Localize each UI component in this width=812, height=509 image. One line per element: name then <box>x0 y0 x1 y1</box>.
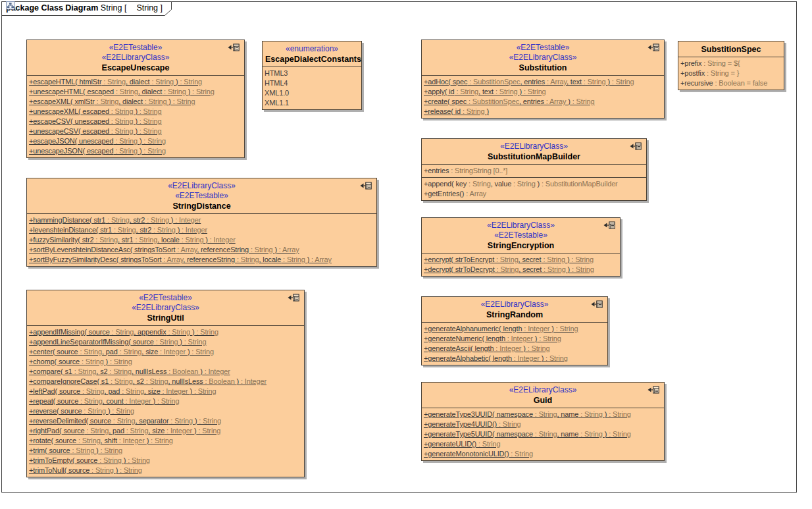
member-row[interactable]: +append( key : String, value : String ) … <box>424 179 644 189</box>
element-reference-icon[interactable] <box>288 294 299 302</box>
member-row[interactable]: +appendIfMissing( source : String, appen… <box>29 327 302 337</box>
member-text: +escapeHTML( htmlStr <box>29 78 101 86</box>
class-StringRandom[interactable]: «E2ELibraryClass»StringRandom +generateA… <box>421 296 608 365</box>
element-reference-icon[interactable] <box>647 43 659 51</box>
member-row[interactable]: +rightPad( source : String, pad : String… <box>29 426 302 436</box>
member-row[interactable]: +adHoc( spec : SubstitionSpec, entries :… <box>424 77 662 87</box>
member-row[interactable]: +hammingDistance( str1 : String, str2 : … <box>29 215 374 225</box>
member-row[interactable]: +leftPad( source : String, pad : String,… <box>29 387 302 396</box>
member-row[interactable]: +reverse( source : String ) : String <box>29 406 302 416</box>
member-type-text: : String <box>476 440 501 448</box>
member-type-text: : String <box>105 216 130 224</box>
member-row[interactable]: +apply( id : String, text : String ) : S… <box>424 87 662 97</box>
member-row[interactable]: +generateULID() : String <box>424 439 662 449</box>
member-text: +generateNumeric( length <box>424 335 505 342</box>
member-row[interactable]: +trimToEmpty( source : String ) : String <box>29 456 302 466</box>
member-row[interactable]: +reverseDelimited( source : String, sepa… <box>29 416 302 426</box>
class-SubstitutionMapBuilder[interactable]: «E2ELibraryClass»SubstitutionMapBuilder … <box>421 138 647 201</box>
member-row[interactable]: +rotate( source : String, shift : Intege… <box>29 436 302 446</box>
member-row[interactable]: +create( spec : SubstitionSpec, entries … <box>424 97 662 107</box>
member-row[interactable]: +fuzzySimilarity( str2 : String, str1 : … <box>29 235 374 245</box>
member-row[interactable]: +decrypt( strToDecrypt : String, secret … <box>424 265 618 275</box>
element-reference-icon[interactable] <box>591 300 603 308</box>
class-StringUtil[interactable]: «E2ETestable»«E2ELibraryClass»StringUtil… <box>26 290 305 477</box>
class-EscapeUnescape[interactable]: «E2ETestable»«E2ELibraryClass»EscapeUnes… <box>26 40 245 158</box>
stereotype-label: «E2ELibraryClass» <box>424 53 661 63</box>
member-text: +rotate( source <box>29 437 76 444</box>
member-row[interactable]: +entries : StringString [0..*] <box>424 166 644 176</box>
member-row[interactable]: +escapeXML( xmlStr : String, dialect : S… <box>29 97 242 107</box>
member-text: , referenceString <box>197 246 249 254</box>
diagram-frame-tab[interactable]: package Class Diagram String [ String ] <box>1 1 172 16</box>
member-row[interactable]: +unescapeHTML( escaped : String, dialect… <box>29 87 242 97</box>
member-text: +appendIfMissing( source <box>29 328 110 336</box>
member-row[interactable]: +trim( source : String ) : String <box>29 446 302 456</box>
class-Guid[interactable]: «E2ELibraryClass»Guid +generateType3UUID… <box>421 382 665 461</box>
member-row[interactable]: +escapeHTML( htmlStr : String, dialect :… <box>29 77 242 87</box>
member-row[interactable]: +escapeJSON( unescaped : String ) : Stri… <box>29 136 242 146</box>
member-row[interactable]: +generateAlphanumeric( length : Integer … <box>424 324 605 334</box>
member-row[interactable]: +recursive : Boolean = false <box>680 78 782 88</box>
class-header: «E2ETestable»«E2ELibraryClass»StringUtil <box>27 290 304 325</box>
member-text: +generateAscii( length <box>424 344 494 352</box>
class-Substitution[interactable]: «E2ETestable»«E2ELibraryClass»Substituti… <box>421 40 665 119</box>
member-type-text: : String <box>509 450 533 458</box>
member-row[interactable]: +unescapeJSON( escaped : String ) : Stri… <box>29 146 242 156</box>
enum-literal-row[interactable]: XML1.0 <box>265 88 359 98</box>
member-row[interactable]: +generateMonotonicULID() : String <box>424 449 662 459</box>
member-row[interactable]: +generateType5UUID( namespace : String, … <box>424 429 662 439</box>
member-text: +sortByLevenshteinDistanceAsc( stringsTo… <box>29 246 175 254</box>
methods-compartment: +generateType3UUID( namespace : String, … <box>422 408 664 460</box>
member-row[interactable]: +center( source : String, pad : String, … <box>29 347 302 357</box>
member-row[interactable]: +encrypt( strToEncrypt : String, secret … <box>424 255 618 265</box>
member-type-text: : String <box>533 430 557 438</box>
member-text: +release( id <box>424 107 461 115</box>
member-row[interactable]: +sortByLevenshteinDistanceAsc( stringsTo… <box>29 245 374 255</box>
member-row[interactable]: +generateNumeric( length : Integer ) : S… <box>424 334 605 344</box>
member-row[interactable]: +compareIgnoreCase( s1 : String, s2 : St… <box>29 377 302 387</box>
member-row[interactable]: +getEntries() : Array <box>424 189 644 199</box>
member-row[interactable]: +repeat( source : String, count : Intege… <box>29 396 302 406</box>
element-reference-icon[interactable] <box>647 386 659 394</box>
member-type-text: : String <box>192 387 216 395</box>
member-row[interactable]: +appendLineSeparatorIfMissing( source : … <box>29 337 302 347</box>
class-StringDistance[interactable]: «E2ELibraryClass»«E2ETestable»StringDist… <box>26 178 377 267</box>
member-text: +center( source <box>29 348 78 356</box>
member-row[interactable]: +generateType3UUID( namespace : String, … <box>424 410 662 419</box>
member-row[interactable]: +unescapeXML( escaped : String ) : Strin… <box>29 107 242 117</box>
member-row[interactable]: +chomp( source : String ) : String <box>29 357 302 367</box>
element-reference-icon[interactable] <box>228 43 240 51</box>
element-reference-icon[interactable] <box>360 182 372 190</box>
member-row[interactable]: +postfix : String = } <box>680 68 782 78</box>
member-row[interactable]: +unescapeCSV( escaped : String ) : Strin… <box>29 126 242 136</box>
enum-literal-row[interactable]: XML1.1 <box>265 98 359 108</box>
member-row[interactable]: +sortByFuzzySimilarityDesc( stringsToSor… <box>29 255 374 265</box>
member-type-text: : String <box>138 107 162 115</box>
member-type-text: : String <box>582 78 607 86</box>
member-row[interactable]: +levenshteinDistance( str1 : String, str… <box>29 225 374 235</box>
member-text: , dialect <box>138 88 163 95</box>
tab-inner-name: String ] <box>136 3 163 13</box>
member-text: HTML4 <box>265 79 288 87</box>
member-row[interactable]: +trimToNull( source : String ) : String <box>29 466 302 475</box>
member-text: +sortByFuzzySimilarityDesc( stringsToSor… <box>29 255 161 263</box>
class-SubstitionSpec[interactable]: SubstitionSpec+prefix : String = ${+post… <box>678 41 784 90</box>
member-text: +adHoc( spec <box>424 78 467 86</box>
member-text: +repeat( source <box>29 397 78 405</box>
member-row[interactable]: +compare( s1 : String, s2 : String, null… <box>29 367 302 377</box>
enum-literal-row[interactable]: HTML4 <box>265 78 359 88</box>
member-row[interactable]: +release( id : String ) <box>424 107 662 117</box>
member-type-text: : Boolean <box>203 377 237 385</box>
class-EscapeDialectConstants[interactable]: «enumeration»EscapeDialectConstantsHTML3… <box>262 41 362 110</box>
member-type-text: : String <box>511 180 537 188</box>
member-row[interactable]: +generateAscii( length : Integer ) : Str… <box>424 344 605 354</box>
member-text: , entries <box>520 78 545 86</box>
member-row[interactable]: +generateType4UUID() : String <box>424 419 662 429</box>
member-row[interactable]: +escapeCSV( unescaped : String ) : Strin… <box>29 117 242 126</box>
member-row[interactable]: +prefix : String = ${ <box>680 59 782 68</box>
enum-literal-row[interactable]: HTML3 <box>265 68 359 78</box>
class-StringEncryption[interactable]: «E2ELibraryClass»«E2ETestable»StringEncr… <box>421 217 621 277</box>
element-reference-icon[interactable] <box>630 142 642 150</box>
element-reference-icon[interactable] <box>603 221 615 229</box>
member-row[interactable]: +generateAlphabetic( length : Integer ) … <box>424 354 605 363</box>
